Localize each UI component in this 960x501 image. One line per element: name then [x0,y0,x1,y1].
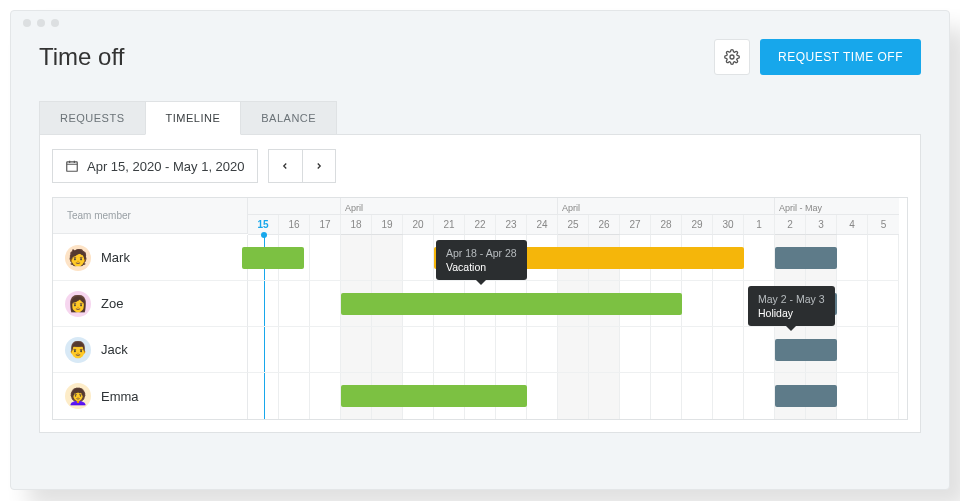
tab-timeline[interactable]: TIMELINE [145,101,242,135]
member-row-body[interactable] [248,235,899,281]
day-header[interactable]: 30 [713,215,744,235]
member-row-body[interactable] [248,327,899,373]
day-header-row: 15 16 17 18 19 20 21 22 23 24 25 26 27 2… [248,215,899,235]
month-group [248,198,341,214]
day-header[interactable]: 25 [558,215,589,235]
timeoff-bar[interactable] [775,339,837,361]
day-header[interactable]: 3 [806,215,837,235]
day-header[interactable]: 23 [496,215,527,235]
window-controls [23,19,59,27]
prev-range-button[interactable] [268,149,302,183]
date-range-picker[interactable]: Apr 15, 2020 - May 1, 2020 [52,149,258,183]
member-row-label[interactable]: 👩 Zoe [53,281,248,327]
tooltip-label: Vacation [446,261,486,273]
timeoff-bar[interactable] [775,247,837,269]
timeline-panel: Apr 15, 2020 - May 1, 2020 Apr 18 - Apr … [39,134,921,433]
tab-requests[interactable]: REQUESTS [39,101,146,135]
page-title: Time off [39,43,714,71]
tooltip-holiday: May 2 - May 3 Holiday [748,286,835,326]
month-group: April [558,198,775,214]
day-header[interactable]: 2 [775,215,806,235]
tooltip-vacation: Apr 18 - Apr 28 Vacation [436,240,527,280]
timeoff-bar[interactable] [341,385,527,407]
month-group: April - May [775,198,899,214]
day-header[interactable]: 19 [372,215,403,235]
day-header[interactable]: 21 [434,215,465,235]
member-row-label[interactable]: 🧑 Mark [53,235,248,281]
date-range-text: Apr 15, 2020 - May 1, 2020 [87,159,245,174]
day-header[interactable]: 29 [682,215,713,235]
page-header: Time off REQUEST TIME OFF [11,11,949,85]
next-range-button[interactable] [302,149,336,183]
day-header[interactable]: 5 [868,215,899,235]
window-close-icon[interactable] [23,19,31,27]
month-group: April [341,198,558,214]
app-window: Time off REQUEST TIME OFF REQUESTS TIMEL… [10,10,950,490]
day-header[interactable]: 27 [620,215,651,235]
team-member-header: Team member [53,198,248,234]
tab-bar: REQUESTS TIMELINE BALANCE [11,85,949,135]
tooltip-range: Apr 18 - Apr 28 [446,246,517,260]
chevron-left-icon [280,161,290,171]
avatar: 👩‍🦱 [65,383,91,409]
gear-icon [724,49,740,65]
avatar: 👨 [65,337,91,363]
svg-point-0 [730,55,734,59]
member-row-label[interactable]: 👩‍🦱 Emma [53,373,248,419]
member-name: Emma [101,389,139,404]
day-header[interactable]: 4 [837,215,868,235]
tooltip-range: May 2 - May 3 [758,292,825,306]
calendar-icon [65,159,79,173]
member-name: Jack [101,342,128,357]
date-nav [268,149,336,183]
tooltip-label: Holiday [758,307,793,319]
settings-button[interactable] [714,39,750,75]
day-header[interactable]: 22 [465,215,496,235]
day-header[interactable]: 16 [279,215,310,235]
timeoff-bar[interactable] [775,385,837,407]
timeoff-bar[interactable] [341,293,682,315]
member-row-label[interactable]: 👨 Jack [53,327,248,373]
avatar: 🧑 [65,245,91,271]
timeline-grid: Apr 18 - Apr 28 Vacation May 2 - May 3 H… [52,197,908,420]
day-header[interactable]: 17 [310,215,341,235]
day-header[interactable]: 28 [651,215,682,235]
svg-rect-1 [67,162,78,171]
window-max-icon[interactable] [51,19,59,27]
day-header[interactable]: 18 [341,215,372,235]
day-header[interactable]: 1 [744,215,775,235]
chevron-right-icon [314,161,324,171]
day-header[interactable]: 20 [403,215,434,235]
window-min-icon[interactable] [37,19,45,27]
month-group-row: April April April - May [248,198,899,215]
day-header[interactable]: 24 [527,215,558,235]
timeoff-bar[interactable] [242,247,304,269]
request-time-off-button[interactable]: REQUEST TIME OFF [760,39,921,75]
member-name: Mark [101,250,130,265]
member-row-body[interactable] [248,373,899,419]
day-header[interactable]: 26 [589,215,620,235]
tab-balance[interactable]: BALANCE [240,101,337,135]
member-name: Zoe [101,296,123,311]
date-controls: Apr 15, 2020 - May 1, 2020 [52,149,908,183]
avatar: 👩 [65,291,91,317]
